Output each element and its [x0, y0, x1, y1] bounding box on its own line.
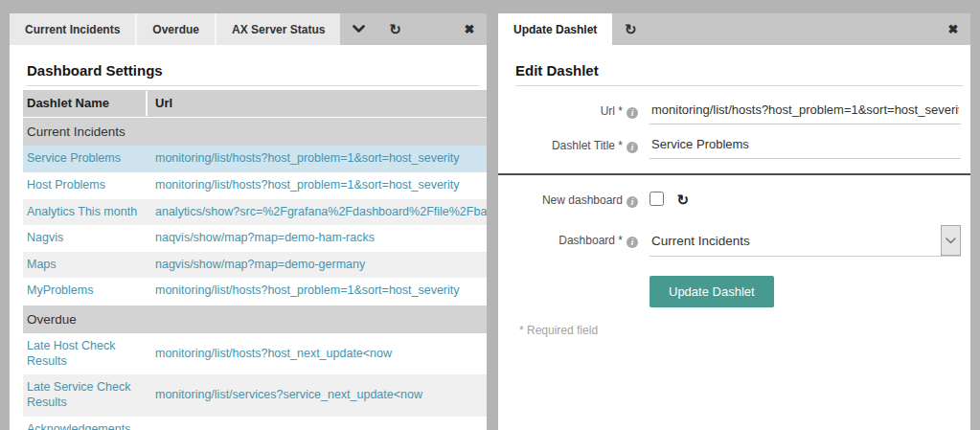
table-row[interactable]: Acknowledgements Active For At Least Thr…	[23, 417, 487, 430]
dashlet-table: Dashlet Name Url Current Incidents Servi…	[23, 90, 487, 430]
dashboard-select-value: Current Incidents	[650, 225, 941, 256]
tabbar-spacer	[413, 13, 452, 45]
edit-dashlet-panel: Update Dashlet ↻ ✖ Edit Dashlet Url *i D…	[498, 13, 970, 430]
refresh-icon[interactable]: ↻	[612, 13, 649, 45]
dashboard-label: Dashboard *i	[515, 225, 638, 248]
required-field-note: * Required field	[519, 324, 970, 337]
table-row[interactable]: MyProblems monitoring/list/hosts?host_pr…	[23, 278, 487, 305]
table-row[interactable]: Nagvis naqvis/show/map?map=demo-ham-rack…	[23, 225, 487, 252]
dashlet-title-field-row: Dashlet Title *i	[515, 134, 970, 159]
left-tabbar: Current Incidents Overdue AX Server Stat…	[10, 13, 487, 45]
dashboard-field-row: Dashboard *i Current Incidents	[515, 225, 970, 257]
dashlet-name-link[interactable]: Late Service Check Results	[27, 380, 130, 409]
table-row[interactable]: Maps nagvis/show/map?map=demo-germany	[23, 252, 487, 279]
tab-ax-server-status[interactable]: AX Server Status	[215, 13, 340, 45]
autosubmit-refresh-icon: ↻	[676, 192, 689, 208]
dashlet-url-link[interactable]: monitoring/list/hosts?host_problem=1&sor…	[155, 283, 460, 297]
new-dashboard-row: New dashboardi ↻	[515, 192, 970, 210]
section-header-current-incidents: Current Incidents	[23, 118, 487, 146]
dashboard-label-text: Dashboard *	[558, 234, 623, 247]
dashlet-name-link[interactable]: Service Problems	[27, 151, 121, 165]
dashlet-url-link[interactable]: naqvis/show/map?map=demo-ham-racks	[155, 231, 375, 244]
dashlet-url-link[interactable]: nagvis/show/map?map=demo-germany	[155, 258, 365, 271]
column-header-url: Url	[148, 90, 487, 117]
select-chevron-icon[interactable]	[941, 225, 961, 256]
table-header-row: Dashlet Name Url	[23, 90, 487, 117]
refresh-icon[interactable]: ↻	[376, 13, 413, 45]
url-field-row: Url *i	[515, 100, 970, 124]
edit-dashlet-form: Url *i Dashlet Title *i New dashboardi	[498, 100, 970, 337]
tab-overdue[interactable]: Overdue	[135, 13, 215, 45]
close-icon[interactable]: ✖	[452, 13, 487, 45]
left-content: Dashboard Settings Dashlet Name Url Curr…	[10, 45, 487, 430]
tabbar-spacer	[649, 13, 936, 45]
form-divider	[498, 173, 970, 175]
close-icon[interactable]: ✖	[936, 13, 970, 45]
dashlet-title-input[interactable]	[650, 134, 961, 159]
info-icon[interactable]: i	[627, 237, 638, 248]
dashlet-name-link[interactable]: Host Problems	[27, 178, 105, 192]
dashlet-url-link[interactable]: monitoring/list/hosts?host_problem=1&sor…	[155, 151, 460, 165]
dashlet-name-link[interactable]: Nagvis	[27, 231, 63, 244]
dashlet-url-link[interactable]: monitoring/list/hosts?host_next_update<n…	[155, 347, 392, 360]
url-input[interactable]	[650, 100, 961, 124]
url-label-text: Url *	[601, 104, 623, 118]
info-icon[interactable]: i	[627, 196, 638, 208]
dashlet-name-link[interactable]: Maps	[27, 258, 57, 271]
section-header-overdue: Overdue	[23, 306, 487, 333]
edit-dashlet-title: Edit Dashlet	[515, 62, 963, 86]
chevron-down-icon[interactable]	[340, 13, 376, 45]
table-row[interactable]: Late Service Check Results monitoring/li…	[23, 374, 487, 416]
submit-row: Update Dashlet	[650, 276, 970, 307]
table-row[interactable]: Service Problems monitoring/list/hosts?h…	[23, 146, 487, 172]
dashboard-settings-panel: Current Incidents Overdue AX Server Stat…	[10, 13, 487, 430]
info-icon[interactable]: i	[627, 107, 638, 119]
dashlet-url-link[interactable]: monitoring/list/services?service_next_up…	[155, 388, 422, 401]
dashlet-name-link[interactable]: Acknowledgements Active For At Least Thr…	[27, 422, 130, 430]
table-row[interactable]: Host Problems monitoring/list/hosts?host…	[23, 172, 487, 199]
right-tabbar: Update Dashlet ↻ ✖	[498, 13, 970, 45]
update-dashlet-button[interactable]: Update Dashlet	[650, 276, 774, 307]
table-row[interactable]: Analytics This month analytics/show?src=…	[23, 199, 487, 226]
new-dashboard-checkbox[interactable]	[650, 192, 664, 206]
dashlet-name-link[interactable]: Analytics This month	[27, 205, 137, 218]
dashlet-name-link[interactable]: Late Host Check Results	[27, 339, 115, 368]
new-dashboard-label-text: New dashboard	[542, 193, 623, 207]
page-title: Dashboard Settings	[27, 62, 479, 86]
column-header-dashlet-name: Dashlet Name	[23, 91, 148, 116]
dashlet-title-label-text: Dashlet Title *	[552, 139, 623, 152]
right-content: Edit Dashlet Url *i Dashlet Title *i	[498, 45, 970, 430]
new-dashboard-label: New dashboardi	[515, 193, 638, 208]
url-label: Url *i	[515, 100, 638, 119]
info-icon[interactable]: i	[627, 142, 638, 153]
dashlet-title-label: Dashlet Title *i	[515, 134, 638, 153]
dashlet-url-link[interactable]: monitoring/list/hosts?host_problem=1&sor…	[155, 178, 460, 192]
dashlet-url-link[interactable]: analytics/show?src=%2Fgrafana%2Fdashboar…	[155, 205, 487, 218]
dashboard-select[interactable]: Current Incidents	[650, 225, 961, 257]
dashlet-name-link[interactable]: MyProblems	[27, 283, 93, 297]
tab-current-incidents[interactable]: Current Incidents	[10, 13, 135, 45]
table-row[interactable]: Late Host Check Results monitoring/list/…	[23, 333, 487, 374]
tab-update-dashlet[interactable]: Update Dashlet	[498, 13, 612, 45]
